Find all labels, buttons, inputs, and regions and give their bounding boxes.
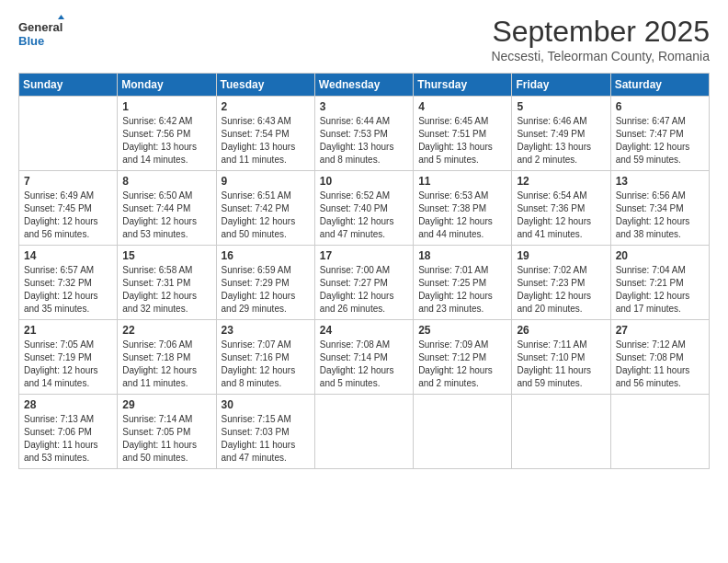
calendar-cell: 20 Sunrise: 7:04 AMSunset: 7:21 PMDaylig… (610, 246, 709, 320)
day-number: 29 (122, 398, 210, 411)
calendar-table: SundayMondayTuesdayWednesdayThursdayFrid… (18, 73, 710, 469)
day-number: 27 (616, 324, 704, 337)
cell-details: Sunrise: 6:56 AMSunset: 7:34 PMDaylight:… (616, 190, 690, 239)
day-number: 24 (320, 324, 408, 337)
calendar-cell (610, 395, 709, 469)
day-number: 15 (122, 249, 210, 262)
day-number: 7 (24, 175, 112, 188)
cell-details: Sunrise: 6:50 AMSunset: 7:44 PMDaylight:… (122, 190, 197, 239)
cell-details: Sunrise: 7:07 AMSunset: 7:16 PMDaylight:… (222, 339, 296, 388)
day-number: 28 (24, 398, 112, 411)
cell-details: Sunrise: 7:12 AMSunset: 7:08 PMDaylight:… (616, 339, 690, 388)
week-row-1: 1 Sunrise: 6:42 AMSunset: 7:56 PMDayligh… (19, 97, 710, 171)
header: General Blue September 2025 Necsesti, Te… (18, 15, 710, 63)
calendar-cell: 7 Sunrise: 6:49 AMSunset: 7:45 PMDayligh… (19, 171, 118, 246)
day-number: 8 (122, 175, 210, 188)
cell-details: Sunrise: 7:05 AMSunset: 7:19 PMDaylight:… (24, 339, 98, 388)
cell-details: Sunrise: 7:13 AMSunset: 7:06 PMDaylight:… (24, 414, 98, 463)
cell-details: Sunrise: 7:02 AMSunset: 7:23 PMDaylight:… (517, 265, 591, 314)
calendar-cell: 3 Sunrise: 6:44 AMSunset: 7:53 PMDayligh… (314, 97, 413, 171)
weekday-header-thursday: Thursday (414, 74, 512, 97)
day-number: 3 (320, 100, 408, 113)
calendar-cell: 16 Sunrise: 6:59 AMSunset: 7:29 PMDaylig… (216, 246, 314, 320)
cell-details: Sunrise: 6:43 AMSunset: 7:54 PMDaylight:… (222, 116, 296, 165)
cell-details: Sunrise: 7:11 AMSunset: 7:10 PMDaylight:… (517, 339, 591, 388)
logo-svg: General Blue (18, 15, 64, 52)
cell-details: Sunrise: 7:14 AMSunset: 7:05 PMDaylight:… (122, 414, 197, 463)
calendar-cell: 26 Sunrise: 7:11 AMSunset: 7:10 PMDaylig… (512, 320, 610, 395)
weekday-header-tuesday: Tuesday (216, 74, 314, 97)
day-number: 23 (222, 324, 310, 337)
cell-details: Sunrise: 6:49 AMSunset: 7:45 PMDaylight:… (24, 190, 98, 239)
day-number: 16 (222, 249, 310, 262)
calendar-cell: 17 Sunrise: 7:00 AMSunset: 7:27 PMDaylig… (314, 246, 413, 320)
weekday-header-monday: Monday (118, 74, 216, 97)
day-number: 5 (517, 100, 605, 113)
title-area: September 2025 Necsesti, Teleorman Count… (491, 15, 710, 63)
cell-details: Sunrise: 7:06 AMSunset: 7:18 PMDaylight:… (122, 339, 197, 388)
calendar-cell: 9 Sunrise: 6:51 AMSunset: 7:42 PMDayligh… (216, 171, 314, 246)
day-number: 19 (517, 249, 605, 262)
cell-details: Sunrise: 6:47 AMSunset: 7:47 PMDaylight:… (616, 116, 690, 165)
cell-details: Sunrise: 6:46 AMSunset: 7:49 PMDaylight:… (517, 116, 591, 165)
calendar-cell: 1 Sunrise: 6:42 AMSunset: 7:56 PMDayligh… (118, 97, 216, 171)
calendar-cell: 25 Sunrise: 7:09 AMSunset: 7:12 PMDaylig… (414, 320, 512, 395)
svg-text:General: General (18, 20, 63, 34)
calendar-cell: 5 Sunrise: 6:46 AMSunset: 7:49 PMDayligh… (512, 97, 610, 171)
calendar-cell: 14 Sunrise: 6:57 AMSunset: 7:32 PMDaylig… (19, 246, 118, 320)
day-number: 12 (517, 175, 605, 188)
cell-details: Sunrise: 6:53 AMSunset: 7:38 PMDaylight:… (418, 190, 493, 239)
calendar-cell: 21 Sunrise: 7:05 AMSunset: 7:19 PMDaylig… (19, 320, 118, 395)
day-number: 14 (24, 249, 112, 262)
day-number: 11 (418, 175, 506, 188)
calendar-cell: 15 Sunrise: 6:58 AMSunset: 7:31 PMDaylig… (118, 246, 216, 320)
calendar-cell (314, 395, 413, 469)
day-number: 2 (222, 100, 310, 113)
day-number: 4 (418, 100, 506, 113)
calendar-cell: 8 Sunrise: 6:50 AMSunset: 7:44 PMDayligh… (118, 171, 216, 246)
cell-details: Sunrise: 6:59 AMSunset: 7:29 PMDaylight:… (222, 265, 296, 314)
calendar-cell (19, 97, 118, 171)
calendar-cell (414, 395, 512, 469)
calendar-cell: 4 Sunrise: 6:45 AMSunset: 7:51 PMDayligh… (414, 97, 512, 171)
weekday-header-wednesday: Wednesday (314, 74, 413, 97)
calendar-cell: 23 Sunrise: 7:07 AMSunset: 7:16 PMDaylig… (216, 320, 314, 395)
cell-details: Sunrise: 6:57 AMSunset: 7:32 PMDaylight:… (24, 265, 98, 314)
calendar-cell: 30 Sunrise: 7:15 AMSunset: 7:03 PMDaylig… (216, 395, 314, 469)
week-row-5: 28 Sunrise: 7:13 AMSunset: 7:06 PMDaylig… (19, 395, 710, 469)
calendar-cell: 27 Sunrise: 7:12 AMSunset: 7:08 PMDaylig… (610, 320, 709, 395)
calendar-cell: 28 Sunrise: 7:13 AMSunset: 7:06 PMDaylig… (19, 395, 118, 469)
calendar-cell: 12 Sunrise: 6:54 AMSunset: 7:36 PMDaylig… (512, 171, 610, 246)
week-row-3: 14 Sunrise: 6:57 AMSunset: 7:32 PMDaylig… (19, 246, 710, 320)
cell-details: Sunrise: 6:58 AMSunset: 7:31 PMDaylight:… (122, 265, 197, 314)
cell-details: Sunrise: 7:08 AMSunset: 7:14 PMDaylight:… (320, 339, 394, 388)
cell-details: Sunrise: 6:44 AMSunset: 7:53 PMDaylight:… (320, 116, 394, 165)
calendar-cell: 10 Sunrise: 6:52 AMSunset: 7:40 PMDaylig… (314, 171, 413, 246)
cell-details: Sunrise: 7:09 AMSunset: 7:12 PMDaylight:… (418, 339, 493, 388)
week-row-2: 7 Sunrise: 6:49 AMSunset: 7:45 PMDayligh… (19, 171, 710, 246)
week-row-4: 21 Sunrise: 7:05 AMSunset: 7:19 PMDaylig… (19, 320, 710, 395)
month-title: September 2025 (491, 15, 710, 49)
calendar-cell: 2 Sunrise: 6:43 AMSunset: 7:54 PMDayligh… (216, 97, 314, 171)
calendar-cell: 24 Sunrise: 7:08 AMSunset: 7:14 PMDaylig… (314, 320, 413, 395)
calendar-cell: 18 Sunrise: 7:01 AMSunset: 7:25 PMDaylig… (414, 246, 512, 320)
cell-details: Sunrise: 6:51 AMSunset: 7:42 PMDaylight:… (222, 190, 296, 239)
day-number: 10 (320, 175, 408, 188)
day-number: 13 (616, 175, 704, 188)
calendar-cell: 19 Sunrise: 7:02 AMSunset: 7:23 PMDaylig… (512, 246, 610, 320)
day-number: 26 (517, 324, 605, 337)
cell-details: Sunrise: 7:01 AMSunset: 7:25 PMDaylight:… (418, 265, 493, 314)
day-number: 30 (222, 398, 310, 411)
svg-text:Blue: Blue (18, 34, 44, 48)
calendar-cell: 13 Sunrise: 6:56 AMSunset: 7:34 PMDaylig… (610, 171, 709, 246)
cell-details: Sunrise: 6:45 AMSunset: 7:51 PMDaylight:… (418, 116, 493, 165)
calendar-cell: 29 Sunrise: 7:14 AMSunset: 7:05 PMDaylig… (118, 395, 216, 469)
day-number: 1 (122, 100, 210, 113)
weekday-header-friday: Friday (512, 74, 610, 97)
calendar-cell (512, 395, 610, 469)
weekday-header-saturday: Saturday (610, 74, 709, 97)
day-number: 6 (616, 100, 704, 113)
day-number: 17 (320, 249, 408, 262)
weekday-header-sunday: Sunday (19, 74, 118, 97)
weekday-header-row: SundayMondayTuesdayWednesdayThursdayFrid… (19, 74, 710, 97)
